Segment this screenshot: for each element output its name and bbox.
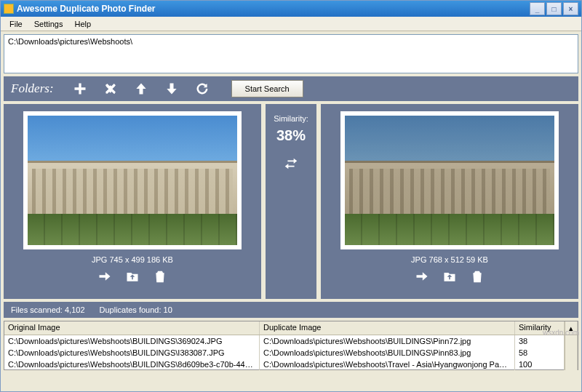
trash-icon	[470, 269, 485, 284]
menu-help[interactable]: Help	[68, 18, 97, 30]
swap-button[interactable]	[283, 156, 299, 173]
swap-icon	[283, 156, 299, 172]
duplicate-move-button[interactable]	[441, 268, 458, 284]
duplicate-image-info: JPG 768 x 512 59 KB	[411, 255, 488, 264]
duplicate-open-button[interactable]	[413, 268, 431, 284]
window-title: Awesome Duplicate Photo Finder	[17, 4, 155, 14]
original-image-info: JPG 745 x 499 186 KB	[92, 255, 173, 264]
cell-original: C:\Downloads\pictures\Webshoots\BUILDING…	[4, 347, 260, 359]
col-original-header[interactable]: Original Image	[4, 321, 260, 335]
refresh-folders-button[interactable]	[194, 80, 211, 97]
maximize-button[interactable]: □	[546, 2, 562, 15]
original-move-button[interactable]	[124, 268, 141, 284]
table-row[interactable]: C:\Downloads\pictures\Webshoots\BUILDING…	[4, 335, 578, 347]
table-row[interactable]: C:\Downloads\pictures\Webshoots\BUILDING…	[4, 359, 578, 370]
arrow-up-icon	[134, 81, 148, 96]
similarity-value: 38%	[276, 127, 306, 144]
minimize-button[interactable]: _	[530, 2, 545, 15]
cell-duplicate: C:\Downloads\pictures\Webshoots\Travel -…	[260, 359, 515, 370]
trash-icon	[153, 269, 167, 284]
start-search-button[interactable]: Start Search	[231, 80, 303, 97]
files-scanned: Files scanned: 4,102	[11, 305, 85, 314]
folders-toolbar: Folders: Start Search	[4, 76, 578, 101]
folder-list[interactable]: C:\Downloads\pictures\Webshoots\	[4, 34, 578, 73]
menu-file[interactable]: File	[4, 18, 28, 30]
comparison-area: JPG 745 x 499 186 KB Similarity: 38% JPG…	[4, 104, 578, 299]
original-image-frame	[23, 111, 242, 249]
cell-similarity: 58	[515, 347, 565, 359]
duplicate-image-frame	[340, 111, 559, 249]
cell-similarity: 38	[515, 335, 565, 347]
table-row[interactable]: C:\Downloads\pictures\Webshoots\BUILDING…	[4, 347, 578, 359]
cell-original: C:\Downloads\pictures\Webshoots\BUILDING…	[4, 335, 260, 347]
duplicates-found: Duplicates found: 10	[100, 305, 172, 314]
original-image[interactable]	[28, 116, 237, 245]
col-similarity-header[interactable]: Similarity	[515, 321, 565, 335]
grid-scrollbar[interactable]: ▴	[565, 321, 578, 335]
stats-bar: Files scanned: 4,102 Duplicates found: 1…	[4, 302, 578, 318]
refresh-icon	[195, 81, 210, 96]
folder-up-icon	[125, 269, 140, 284]
menu-settings[interactable]: Settings	[28, 18, 69, 30]
close-button[interactable]: ×	[563, 2, 578, 15]
cell-original: C:\Downloads\pictures\Webshoots\BUILDING…	[4, 359, 260, 370]
remove-folder-button[interactable]	[102, 80, 119, 97]
folder-up-icon	[442, 269, 457, 284]
cell-duplicate: C:\Downloads\pictures\Webshoots\BUILDING…	[260, 347, 515, 359]
duplicate-delete-button[interactable]	[469, 268, 486, 284]
original-panel: JPG 745 x 499 186 KB	[4, 104, 261, 299]
plus-icon	[73, 81, 87, 96]
duplicate-image[interactable]	[345, 116, 554, 245]
original-open-button[interactable]	[96, 268, 113, 284]
menu-bar: File Settings Help	[1, 17, 581, 31]
original-delete-button[interactable]	[151, 268, 169, 284]
arrow-right-icon	[97, 269, 112, 284]
cross-icon	[103, 81, 118, 96]
cell-similarity: 100	[515, 359, 565, 370]
move-up-button[interactable]	[132, 80, 150, 97]
folders-label: Folders:	[11, 81, 54, 96]
folder-path-item[interactable]: C:\Downloads\pictures\Webshoots\	[8, 37, 574, 46]
scroll-up-icon: ▴	[569, 324, 573, 333]
original-actions	[96, 268, 169, 284]
grid-header: Original Image Duplicate Image Similarit…	[4, 321, 578, 335]
col-duplicate-header[interactable]: Duplicate Image	[260, 321, 515, 335]
arrow-down-icon	[164, 81, 179, 96]
similarity-panel: Similarity: 38%	[266, 104, 316, 299]
duplicate-actions	[413, 268, 486, 284]
app-icon	[4, 4, 14, 14]
arrow-right-icon	[415, 269, 429, 284]
duplicate-panel: JPG 768 x 512 59 KB	[321, 104, 578, 299]
move-down-button[interactable]	[163, 80, 180, 97]
similarity-label: Similarity:	[274, 114, 308, 123]
results-grid: Original Image Duplicate Image Similarit…	[4, 321, 578, 370]
title-bar: Awesome Duplicate Photo Finder _ □ ×	[1, 1, 581, 17]
add-folder-button[interactable]	[71, 80, 89, 97]
cell-duplicate: C:\Downloads\pictures\Webshoots\BUILDING…	[260, 335, 515, 347]
